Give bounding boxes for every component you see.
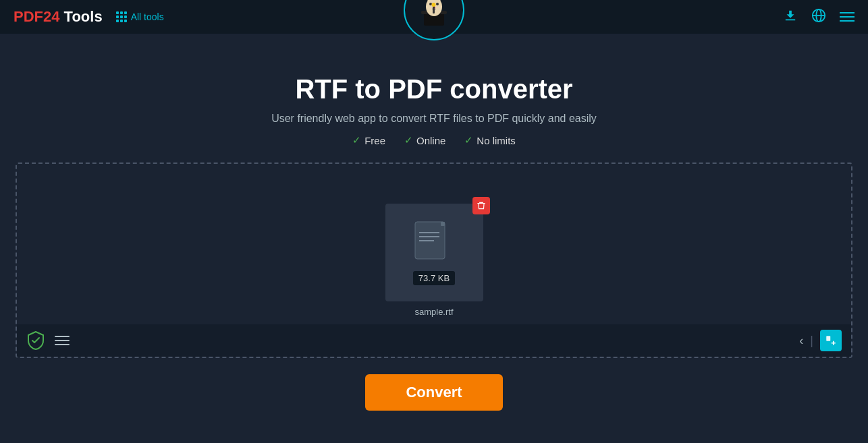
svg-point-7 — [429, 3, 432, 5]
mascot-svg — [410, 0, 458, 34]
svg-rect-12 — [786, 19, 796, 20]
globe-icon[interactable] — [811, 8, 826, 26]
label-free: Free — [364, 135, 385, 146]
label-online: Online — [416, 135, 445, 146]
delete-file-button[interactable] — [472, 197, 490, 214]
all-tools-label: All tools — [131, 11, 164, 22]
grid-icon — [116, 11, 127, 22]
main-content: RTF to PDF converter User friendly web a… — [0, 34, 868, 411]
svg-point-8 — [436, 3, 439, 5]
check-free: ✓ — [352, 134, 361, 146]
menu-icon[interactable] — [840, 12, 855, 22]
svg-rect-21 — [826, 336, 830, 341]
mascot-container — [404, 0, 464, 40]
convert-button[interactable]: Convert — [365, 374, 502, 411]
label-nolimits: No limits — [477, 135, 516, 146]
page-title: RTF to PDF converter — [295, 74, 572, 105]
file-card-wrapper: 73.7 KB sample.rtf — [385, 204, 483, 317]
list-view-icon[interactable] — [55, 334, 70, 347]
file-name: sample.rtf — [414, 307, 453, 317]
svg-rect-17 — [441, 222, 445, 226]
check-online: ✓ — [404, 134, 413, 146]
page-subtitle: User friendly web app to convert RTF fil… — [271, 113, 597, 125]
drop-zone[interactable]: 73.7 KB sample.rtf ‹ — [16, 163, 852, 358]
features-row: ✓ Free ✓ Online ✓ No limits — [352, 134, 516, 146]
mascot-circle — [404, 0, 464, 40]
back-button[interactable]: ‹ — [799, 334, 803, 348]
logo: PDF24 Tools — [13, 8, 103, 26]
header: PDF24 Tools All tools — [0, 0, 868, 34]
svg-point-11 — [432, 3, 436, 7]
toolbar-left — [26, 331, 70, 350]
all-tools-link[interactable]: All tools — [116, 11, 164, 22]
file-size-badge: 73.7 KB — [413, 271, 455, 285]
add-file-button[interactable] — [820, 330, 842, 351]
file-card: 73.7 KB — [385, 204, 483, 301]
toolbar-right: ‹ | — [799, 330, 842, 351]
shield-icon — [26, 331, 45, 350]
drop-zone-toolbar: ‹ | — [17, 324, 851, 357]
header-right — [783, 8, 855, 26]
toolbar-separator: | — [810, 334, 813, 348]
logo-text: PDF24 Tools — [13, 8, 103, 26]
feature-nolimits: ✓ No limits — [464, 134, 516, 146]
feature-free: ✓ Free — [352, 134, 385, 146]
feature-online: ✓ Online — [404, 134, 445, 146]
check-nolimits: ✓ — [464, 134, 473, 146]
download-icon[interactable] — [783, 8, 798, 26]
file-icon — [414, 220, 454, 271]
